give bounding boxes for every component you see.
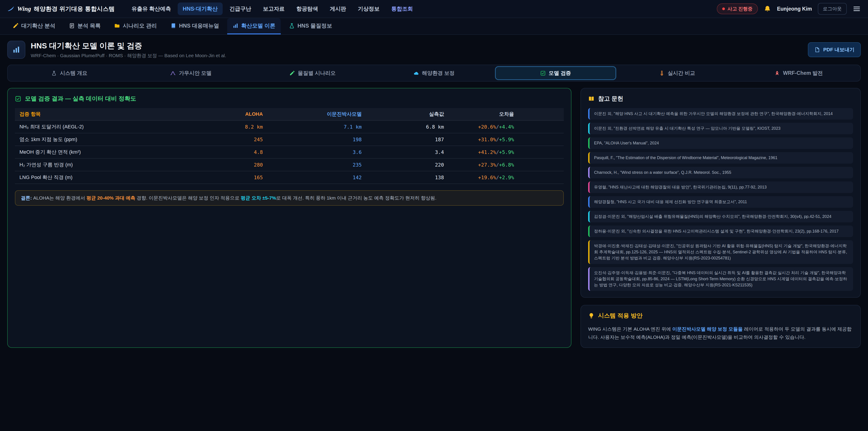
app-logo[interactable]: Wing 해양환경 위기대응 통합시스템 — [7, 5, 115, 13]
reference-item: Charnock, H., "Wind stress on a water su… — [588, 167, 853, 178]
validation-table: 검증 항목 ALOHA 이문진박사모델 실측값 오차율 NH₃ 최대 도달거리 … — [15, 108, 564, 184]
incident-status-badge: 사고 진행중 — [717, 3, 758, 14]
model-value: 7.1 km — [268, 120, 366, 133]
error-rate: +19.6%/+2.9% — [448, 171, 564, 184]
tab-label: 시스템 개요 — [60, 70, 87, 76]
flask-icon — [51, 70, 57, 76]
subnav-item-scenario-management[interactable]: 시나리오 관리 — [109, 18, 162, 34]
application-title-text: 시스템 적용 방안 — [598, 312, 643, 319]
row-item-label: 염소 1km 지점 농도 (ppm) — [15, 133, 196, 146]
tab-realtime-comparison[interactable]: 실시간 비교 — [617, 66, 738, 80]
incident-badge-label: 사고 진행중 — [727, 6, 753, 12]
aloha-value: 245 — [196, 133, 268, 146]
nav-item-aerial-search[interactable]: 항공탐색 — [291, 2, 323, 15]
system-application-card: 시스템 적용 방안 WING 시스템은 기본 ALOHA 엔진 위에 이문진박사… — [581, 305, 861, 348]
subnav-label: HNS 대응매뉴얼 — [179, 22, 219, 29]
nav-item-integrated-search[interactable]: 통합조회 — [386, 2, 418, 15]
user-name: Eunjeong Kim — [777, 6, 812, 12]
open-book-icon — [588, 96, 594, 102]
subnav-item-dispersion-model-theory[interactable]: 확산모델 이론 — [227, 18, 281, 34]
validation-title-text: 모델 검증 결과 — 실측 데이터 대비 정확도 — [25, 95, 136, 102]
cloud-icon — [413, 70, 419, 76]
tab-label: WRF-Chem 발전 — [783, 70, 823, 76]
measured-value: 187 — [366, 133, 448, 146]
nav-item-hns-dispersion[interactable]: HNS·대기확산 — [178, 2, 223, 15]
subnav-label: 분석 목록 — [78, 22, 101, 29]
rocket-icon — [774, 70, 780, 76]
aloha-value: 165 — [196, 171, 268, 184]
document-list-icon — [69, 23, 75, 29]
tab-wrf-chem[interactable]: WRF-Chem 발전 — [738, 66, 859, 80]
references-card: 참고 문헌 이문진 외, "해양 HNS 사고 시 대기확산 예측을 위한 가우… — [581, 88, 861, 298]
chart-bars-icon — [12, 45, 20, 54]
tab-gaussian-model[interactable]: 가우시안 모델 — [131, 66, 251, 80]
nav-item-weather[interactable]: 기상정보 — [353, 2, 384, 15]
aloha-value: 4.8 — [196, 146, 268, 158]
model-value: 3.6 — [268, 146, 366, 158]
flask-icon — [289, 23, 295, 29]
subnav-item-analysis-list[interactable]: 분석 목록 — [64, 18, 106, 34]
measured-value: 220 — [366, 158, 448, 171]
measured-value: 138 — [366, 171, 448, 184]
notification-bell-icon[interactable] — [764, 5, 771, 12]
table-row: NH₃ 최대 도달거리 (AEGL-2) 8.2 km 7.1 km 6.8 k… — [15, 120, 564, 133]
subnav-item-dispersion-analysis[interactable]: 대기확산 분석 — [7, 18, 61, 34]
references-title-text: 참고 문헌 — [598, 95, 623, 102]
model-value: 198 — [268, 133, 366, 146]
chart-bars-icon — [232, 23, 239, 29]
reference-item: 오진석·김주영·이득재·김용범·최준·이문진, "다중복 HNS 데이터의 실시… — [588, 267, 853, 291]
file-export-icon — [814, 47, 820, 53]
thermometer-icon — [659, 70, 664, 76]
tab-model-validation[interactable]: 모델 검증 — [495, 66, 616, 80]
page-header: HNS 대기확산 모델 이론 및 검증 WRF-Chem · Gaussian … — [0, 35, 868, 64]
table-row: 염소 1km 지점 농도 (ppm) 245 198 187 +31.0%/+5… — [15, 133, 564, 146]
pdf-export-label: PDF 내보내기 — [823, 46, 855, 53]
error-rate: +20.6%/+4.4% — [448, 120, 564, 133]
nav-item-board[interactable]: 게시판 — [325, 2, 351, 15]
model-value: 235 — [268, 158, 366, 171]
main-content: 모델 검증 결과 — 실측 데이터 대비 정확도 검증 항목 ALOHA 이문진… — [0, 88, 868, 348]
reference-item: 정하용·이문진 외, "신속한 의사결정을 위한 HNS 사고이력관리시스템 설… — [588, 225, 853, 237]
menu-icon[interactable] — [852, 5, 861, 13]
column-header: 실측값 — [366, 108, 448, 120]
tab-substance-scenarios[interactable]: 물질별 시나리오 — [252, 66, 373, 80]
row-item-label: H₂ 가연성 구름 반경 (m) — [15, 158, 196, 171]
reference-item: Pasquill, F., "The Estimation of the Dis… — [588, 152, 853, 164]
error-rate: +27.3%/+6.8% — [448, 158, 564, 171]
pdf-export-button[interactable]: PDF 내보내기 — [808, 42, 861, 57]
nav-item-oil-spill[interactable]: 유출유 확산예측 — [127, 2, 176, 15]
page-icon-tile — [7, 41, 25, 59]
tab-label: 가우시안 모델 — [179, 70, 211, 76]
tab-system-overview[interactable]: 시스템 개요 — [9, 66, 130, 80]
nav-item-rescue[interactable]: 긴급구난 — [224, 2, 256, 15]
main-nav: 유출유 확산예측 HNS·대기확산 긴급구난 보고자료 항공탐색 게시판 기상정… — [127, 2, 418, 15]
column-header: 검증 항목 — [15, 108, 196, 120]
tab-label: 물질별 시나리오 — [298, 70, 336, 76]
column-header: 이문진박사모델 — [268, 108, 366, 120]
subnav-item-hns-manual[interactable]: HNS 대응매뉴얼 — [165, 18, 224, 34]
application-card-title: 시스템 적용 방안 — [588, 312, 853, 319]
application-description: WING 시스템은 기본 ALOHA 엔진 위에 이문진박사모델 해양 보정 모… — [588, 325, 853, 341]
row-item-label: LNG Pool 확산 직경 (m) — [15, 171, 196, 184]
app-title: 해양환경 위기대응 통합시스템 — [34, 5, 115, 13]
gaussian-curve-icon — [170, 70, 176, 76]
tab-marine-correction[interactable]: 해양환경 보정 — [374, 66, 494, 80]
lightbulb-icon — [588, 313, 594, 319]
table-row: MeOH 증기 확산 면적 (km²) 4.8 3.6 3.4 +41.2%/+… — [15, 146, 564, 158]
table-row: LNG Pool 확산 직경 (m) 165 142 138 +19.6%/+2… — [15, 171, 564, 184]
wing-logo-icon — [7, 5, 14, 12]
model-value: 142 — [268, 171, 366, 184]
tab-label: 실시간 비교 — [668, 70, 695, 76]
pencil-icon — [13, 23, 19, 29]
subnav-item-hns-substance-info[interactable]: HNS 물질정보 — [283, 18, 338, 34]
logout-button[interactable]: 로그아웃 — [818, 3, 847, 15]
right-column: 참고 문헌 이문진 외, "해양 HNS 사고 시 대기확산 예측을 위한 가우… — [581, 88, 861, 348]
nav-item-reports[interactable]: 보고자료 — [258, 2, 289, 15]
section-tabbar: 시스템 개요 가우시안 모델 물질별 시나리오 해양환경 보정 모델 검증 실시… — [7, 65, 861, 82]
subnav-label: HNS 물질정보 — [298, 22, 332, 29]
reference-item: 이문진 외, "해양 HNS 사고 시 대기확산 예측을 위한 가우시안 모델의… — [588, 108, 853, 120]
column-header: 오차율 — [448, 108, 564, 120]
conclusion-note: 결론: ALOHA는 해양 환경에서 평균 20-40% 과대 예측 경향. 이… — [15, 190, 564, 206]
row-item-label: MeOH 증기 확산 면적 (km²) — [15, 146, 196, 158]
measured-value: 3.4 — [366, 146, 448, 158]
